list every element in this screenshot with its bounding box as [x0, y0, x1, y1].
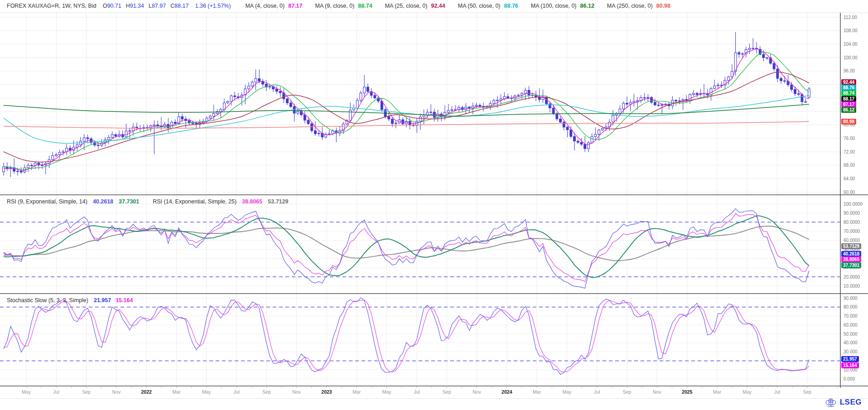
price-badge: 80.98: [841, 119, 856, 125]
axis-label: 76.00: [844, 136, 855, 141]
lseg-logo: LSEG: [825, 397, 862, 408]
price-badge: 37.7301: [841, 262, 861, 268]
axis-label: 30.000: [844, 349, 858, 354]
axis-label: 100.0000: [844, 202, 863, 207]
axis-label: 72.00: [844, 150, 855, 154]
time-axis-label: Jul: [53, 389, 59, 395]
price-badge: 53.7129: [841, 243, 861, 249]
axis-label: 70.000: [844, 314, 858, 318]
axis-label: 20.0000: [844, 275, 860, 280]
rsi-title: RSI (14, Exponential, Simple, 25): [153, 198, 236, 205]
time-axis-label: Nov: [112, 389, 121, 395]
panel-separators: [0, 13, 868, 399]
price-badge: 88.74: [841, 90, 856, 96]
ma-legend-item: MA (4, close, 0)87.17: [245, 3, 302, 9]
time-axis-label: Nov: [292, 389, 301, 395]
quote-h: H91.34: [126, 3, 144, 9]
ma-line-MA100: [4, 104, 809, 116]
axis-label: 90.0000: [844, 211, 860, 216]
axis-label: 0.000: [844, 376, 855, 381]
axis-label: 112.00: [844, 15, 857, 20]
time-axis-label: 2025: [682, 389, 693, 395]
time-axis-labels: MayJulSepNov2022MarMayJulSepNov2023MarMa…: [22, 389, 811, 395]
time-axis-label: Mar: [533, 389, 541, 395]
axis-label: 40.000: [844, 340, 858, 345]
time-axis-label: Jul: [414, 389, 420, 395]
price-badge: 87.17: [841, 101, 856, 107]
time-axis-label: May: [202, 389, 212, 395]
price-badge: 92.44: [841, 79, 856, 85]
ma-legend: MA (4, close, 0)87.17MA (9, close, 0)88.…: [245, 3, 670, 9]
time-axis-label: Jul: [774, 389, 780, 395]
time-axis-label: Mar: [352, 389, 361, 395]
price-badge: 40.2618: [841, 251, 861, 257]
axis-label: 50.000: [844, 332, 858, 337]
quote-c: C88.17: [170, 3, 188, 9]
time-axis-label: Sep: [623, 389, 632, 395]
rsi-value: 53.7129: [268, 198, 288, 205]
time-axis-label: 2022: [141, 389, 152, 395]
price-badge: 21.957: [841, 356, 859, 362]
stochastic-values: 21.95715.164: [94, 297, 133, 304]
axis-label: 80.000: [844, 304, 858, 309]
price-badge: 88.76: [841, 85, 856, 91]
rsi-value: 37.7301: [119, 198, 139, 205]
ma-legend-item: MA (25, close, 0)92.44: [385, 3, 445, 9]
price-badge: 88.17: [841, 96, 856, 102]
stochastic-value: 15.164: [116, 297, 133, 304]
axis-label: 100.00: [844, 55, 858, 60]
time-axis-label: Sep: [82, 389, 91, 395]
time-axis-label: May: [382, 389, 392, 395]
time-axis-label: May: [22, 389, 31, 395]
stochastic-title: Stochastic Slow (5, 3, 3, Simple): [7, 297, 88, 304]
stochastic-series: [4, 298, 809, 374]
time-axis-label: Nov: [473, 389, 481, 395]
lseg-logo-text: LSEG: [840, 398, 862, 407]
stochastic-value: 21.957: [94, 297, 111, 304]
axis-label: 80.0000: [844, 220, 860, 225]
time-axis-label: 2024: [502, 389, 512, 395]
price-badge: 86.12: [841, 107, 856, 113]
axis-label: 104.00: [844, 42, 858, 47]
axis-label: 108.00: [844, 28, 858, 33]
axis-label: 64.00: [844, 176, 855, 181]
rsi-legend: RSI (9, Exponential, Simple, 14)40.26183…: [7, 198, 288, 205]
change-value: 1.36 (+1.57%): [195, 3, 231, 9]
axis-label: 68.00: [844, 163, 855, 168]
price-axis-labels: 112.00108.00104.00100.0096.0092.0088.008…: [844, 15, 863, 381]
lseg-crest-icon: [825, 397, 837, 408]
time-axis-label: Sep: [443, 389, 451, 395]
ma-legend-item: MA (100, close, 0)86.12: [531, 3, 594, 9]
time-axis-label: Mar: [172, 389, 181, 395]
time-axis-label: Jul: [594, 389, 600, 395]
time-axis-label: Sep: [262, 389, 271, 395]
time-axis-label: May: [743, 389, 752, 395]
ma-overlays: [4, 49, 809, 171]
time-axis-label: Jul: [233, 389, 239, 395]
chart-application: 112.00108.00104.00100.0096.0092.0088.008…: [0, 0, 868, 410]
time-axis-label: 2023: [321, 389, 332, 395]
rsi-series: [4, 209, 809, 289]
rsi-value: 38.8065: [242, 198, 262, 205]
axis-label: 60.0000: [844, 238, 860, 243]
time-axis-label: Mar: [713, 389, 722, 395]
ma-legend-item: MA (9, close, 0)88.74: [315, 3, 372, 9]
main-chart-legend: FOREX XAUXAG=R, 1W, NYS, Bid O90.71H91.3…: [7, 3, 670, 9]
axis-label: 70.0000: [844, 229, 860, 234]
chart-canvas[interactable]: 112.00108.00104.00100.0096.0092.0088.008…: [0, 0, 868, 410]
time-axis-label: Nov: [653, 389, 661, 395]
axis-label: 60.00: [844, 190, 855, 195]
candlestick-series: [3, 32, 810, 177]
instrument-title: FOREX XAUXAG=R, 1W, NYS, Bid: [7, 3, 96, 9]
quote-values: O90.71H91.34L87.97C88.17: [103, 3, 189, 9]
axis-label: 96.00: [844, 68, 855, 73]
stochastic-legend: Stochastic Slow (5, 3, 3, Simple) 21.957…: [7, 297, 133, 304]
ma-legend-item: MA (250, close, 0)80.98: [607, 3, 670, 9]
axis-label: 10.0000: [844, 284, 860, 289]
ma-legend-item: MA (50, close, 0)88.76: [458, 3, 518, 9]
rsi-title: RSI (9, Exponential, Simple, 14): [7, 198, 87, 205]
rsi-value: 40.2618: [93, 198, 113, 205]
quote-o: O90.71: [103, 3, 121, 9]
quote-l: L87.97: [149, 3, 166, 9]
price-badge: 38.8065: [841, 256, 861, 262]
